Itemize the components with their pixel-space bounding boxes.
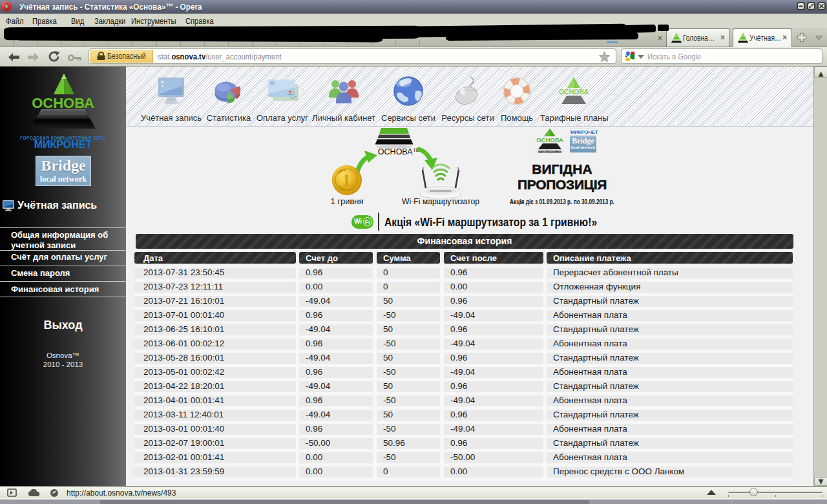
svg-text:ОСНОВА: ОСНОВА <box>536 136 563 143</box>
svg-text:ЄДИНИЙ КАБЕЛЬНИЙ ОПЕРАТОР: ЄДИНИЙ КАБЕЛЬНИЙ ОПЕРАТОР <box>534 151 565 153</box>
svg-text:1: 1 <box>342 171 351 190</box>
svg-text:ОСНОВА: ОСНОВА <box>559 88 589 96</box>
svg-text:ГРИВНЯ: ГРИВНЯ <box>339 188 355 192</box>
